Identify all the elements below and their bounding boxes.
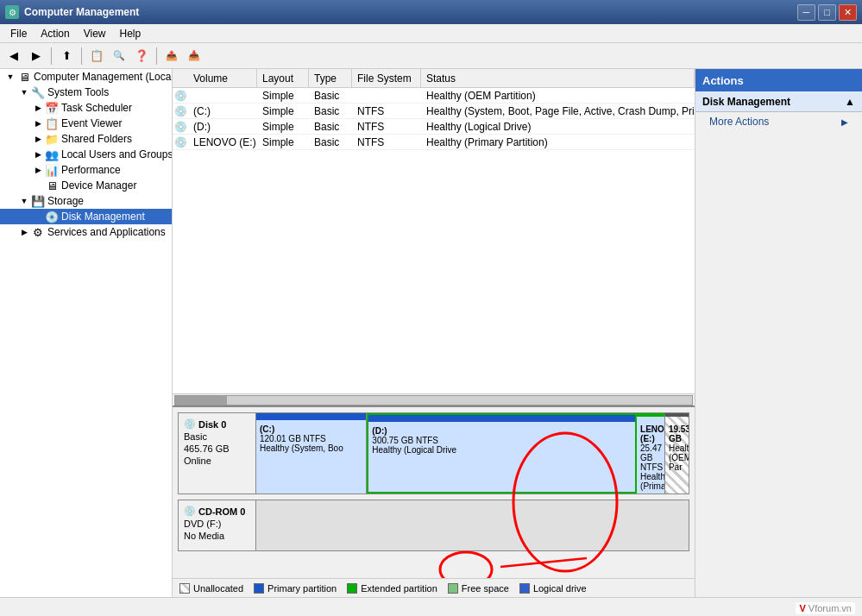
app-icon: ⚙ [5, 5, 19, 19]
localusers-toggle[interactable]: ▶ [31, 150, 45, 159]
th-status[interactable]: Status [421, 69, 695, 87]
cell-status-1: Healthy (System, Boot, Page File, Active… [421, 104, 695, 118]
cell-fs-3: NTFS [352, 135, 421, 149]
cell-volume-0 [188, 95, 257, 97]
table-row[interactable]: 💿 (D:) Simple Basic NTFS Healthy (Logica… [173, 119, 695, 135]
tree-shared-folders[interactable]: ▶ 📁 Shared Folders [0, 131, 172, 147]
legend-primary: Primary partition [254, 583, 337, 594]
performance-toggle[interactable]: ▶ [31, 166, 45, 174]
properties-button[interactable]: 🔍 [109, 46, 129, 66]
tree-event-viewer[interactable]: ▶ 📋 Event Viewer [0, 116, 172, 131]
back-button[interactable]: ◀ [3, 46, 24, 66]
tree-performance[interactable]: ▶ 📊 Performance [0, 162, 172, 178]
diskmgmt-label: Disk Management [61, 211, 145, 223]
root-icon: 🖥 [17, 70, 31, 84]
partition-e-name: LENOVO (E:) [640, 424, 661, 443]
table-row[interactable]: 💿 Simple Basic Healthy (OEM Partition) [173, 88, 695, 104]
th-volume[interactable]: Volume [188, 69, 257, 87]
export-button[interactable]: 📤 [161, 46, 182, 66]
status-bar [0, 597, 862, 616]
table-row[interactable]: 💿 LENOVO (E:) Simple Basic NTFS Healthy … [173, 135, 695, 150]
partition-c[interactable]: (C:) 120.01 GB NTFS Healthy (System, Boo [256, 413, 367, 493]
cell-fs-1: NTFS [352, 104, 421, 118]
disk-0-size: 465.76 GB [184, 443, 250, 454]
tree-device-manager[interactable]: 🖥 Device Manager [0, 178, 172, 193]
actions-header: Actions [695, 69, 862, 91]
legend-extended-label: Extended partition [361, 583, 437, 594]
th-filesystem[interactable]: File System [352, 69, 421, 87]
partition-e-status: Healthy (Primary [640, 472, 661, 491]
eventviewer-toggle[interactable]: ▶ [31, 119, 45, 128]
import-button[interactable]: 📥 [184, 46, 204, 66]
disk-0-status: Online [184, 456, 250, 466]
sharedfolders-toggle[interactable]: ▶ [31, 135, 45, 143]
close-button[interactable]: ✕ [839, 4, 857, 21]
separator-2 [81, 47, 82, 65]
show-hide-console-tree[interactable]: 📋 [86, 46, 107, 66]
tree-disk-management[interactable]: 💿 Disk Management [0, 209, 172, 224]
servicesapps-toggle[interactable]: ▶ [17, 228, 31, 236]
separator-3 [156, 47, 157, 65]
root-toggle[interactable]: ▼ [3, 72, 17, 81]
h-scroll-area[interactable] [173, 393, 695, 405]
menu-action[interactable]: Action [34, 26, 76, 41]
svg-line-1 [500, 558, 587, 567]
th-layout[interactable]: Layout [257, 69, 309, 87]
menu-view[interactable]: View [77, 26, 113, 41]
performance-icon: 📊 [45, 163, 59, 177]
cdrom-name: CD-ROM 0 [198, 506, 245, 517]
tree-storage[interactable]: ▼ 💾 Storage [0, 193, 172, 209]
diskmgmt-icon: 💿 [45, 210, 59, 223]
storage-toggle[interactable]: ▼ [17, 197, 31, 205]
legend-primary-label: Primary partition [267, 583, 337, 594]
legend-logical-box [519, 583, 530, 594]
partition-oem[interactable]: 19.53 GB Healthy (OEM Par [665, 413, 689, 493]
partition-c-name: (C:) [260, 424, 362, 434]
disk-0-drive-icon: 💿 [184, 418, 196, 430]
maximize-button[interactable]: □ [818, 4, 836, 21]
disk-cdrom-label: 💿 CD-ROM 0 DVD (F:) No Media [179, 500, 256, 550]
cell-status-0: Healthy (OEM Partition) [421, 89, 695, 103]
table-header: Volume Layout Type File System Status [173, 69, 695, 88]
middle-panel: Volume Layout Type File System Status 💿 … [173, 69, 695, 597]
title-bar: ⚙ Computer Management ─ □ ✕ [0, 0, 862, 24]
menu-help[interactable]: Help [113, 26, 148, 41]
tree-task-scheduler[interactable]: ▶ 📅 Task Scheduler [0, 100, 172, 116]
up-button[interactable]: ⬆ [56, 46, 77, 66]
partition-e-size: 25.47 GB NTFS [640, 443, 661, 472]
disk-0-name: Disk 0 [198, 419, 226, 430]
forward-button[interactable]: ▶ [26, 46, 47, 66]
tree-services-apps[interactable]: ▶ ⚙ Services and Applications [0, 224, 172, 240]
taskscheduler-toggle[interactable]: ▶ [31, 104, 45, 112]
tree-root[interactable]: ▼ 🖥 Computer Management (Local [0, 69, 172, 85]
table-row[interactable]: 💿 (C:) Simple Basic NTFS Healthy (System… [173, 104, 695, 119]
diskmgmt-toggle [31, 212, 45, 221]
cell-layout-2: Simple [257, 120, 309, 134]
sharedfolders-icon: 📁 [45, 132, 59, 146]
devicemanager-icon: 🖥 [45, 179, 59, 192]
main-layout: ▼ 🖥 Computer Management (Local ▼ 🔧 Syste… [0, 69, 862, 597]
menu-bar: File Action View Help [0, 24, 862, 43]
minimize-button[interactable]: ─ [797, 4, 815, 21]
tree-system-tools[interactable]: ▼ 🔧 System Tools [0, 85, 172, 100]
tree-local-users[interactable]: ▶ 👥 Local Users and Groups [0, 147, 172, 162]
legend-freespace: Free space [448, 583, 509, 594]
actions-section-title[interactable]: Disk Management ▲ [695, 91, 862, 112]
th-type[interactable]: Type [309, 69, 352, 87]
partition-d-name: (D:) [372, 426, 632, 436]
systemtools-toggle[interactable]: ▼ [17, 88, 31, 97]
partition-d-status: Healthy (Logical Drive [372, 445, 632, 455]
cdrom-type: DVD (F:) [184, 519, 250, 529]
partition-e[interactable]: LENOVO (E:) 25.47 GB NTFS Healthy (Prima… [637, 413, 665, 493]
actions-more-actions[interactable]: More Actions ▶ [695, 112, 862, 131]
disk-0-partitions: (C:) 120.01 GB NTFS Healthy (System, Boo… [256, 413, 689, 493]
menu-file[interactable]: File [3, 26, 34, 41]
help-button[interactable]: ❓ [131, 46, 152, 66]
partition-d[interactable]: (D:) 300.75 GB NTFS Healthy (Logical Dri… [367, 413, 637, 493]
more-actions-label: More Actions [709, 116, 769, 128]
taskscheduler-label: Task Scheduler [61, 102, 132, 114]
legend-extended-box [347, 583, 357, 594]
window-controls[interactable]: ─ □ ✕ [797, 4, 857, 21]
watermark-icon: V [799, 603, 805, 613]
collapse-icon: ▲ [845, 96, 855, 108]
